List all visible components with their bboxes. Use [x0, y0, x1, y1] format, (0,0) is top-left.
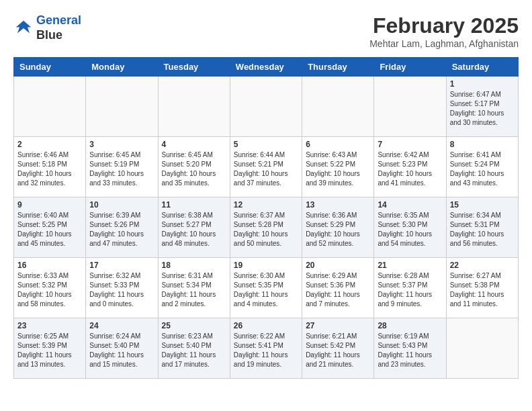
calendar-week-row: 23Sunrise: 6:25 AM Sunset: 5:39 PM Dayli…: [14, 318, 519, 379]
day-info: Sunrise: 6:31 AM Sunset: 5:34 PM Dayligh…: [162, 271, 226, 309]
day-number: 15: [450, 200, 515, 210]
title-block: February 2025 Mehtar Lam, Laghman, Afgha…: [369, 13, 519, 49]
calendar-cell: [302, 77, 374, 137]
day-number: 18: [162, 261, 226, 270]
day-number: 21: [378, 261, 442, 270]
day-info: Sunrise: 6:22 AM Sunset: 5:41 PM Dayligh…: [234, 332, 298, 369]
calendar-cell: 23Sunrise: 6:25 AM Sunset: 5:39 PM Dayli…: [14, 318, 86, 379]
day-number: 17: [89, 261, 154, 270]
day-number: 6: [306, 140, 370, 149]
day-info: Sunrise: 6:44 AM Sunset: 5:21 PM Dayligh…: [234, 150, 298, 188]
calendar-cell: [374, 77, 446, 137]
page-header: GeneralBlue February 2025 Mehtar Lam, La…: [13, 13, 519, 49]
day-number: 27: [306, 321, 370, 330]
day-number: 2: [17, 140, 82, 149]
calendar-table: SundayMondayTuesdayWednesdayThursdayFrid…: [13, 57, 519, 379]
calendar-cell: 27Sunrise: 6:21 AM Sunset: 5:42 PM Dayli…: [302, 318, 374, 379]
calendar-cell: 1Sunrise: 6:47 AM Sunset: 5:17 PM Daylig…: [446, 77, 518, 137]
calendar-cell: 10Sunrise: 6:39 AM Sunset: 5:26 PM Dayli…: [86, 197, 158, 258]
day-info: Sunrise: 6:25 AM Sunset: 5:39 PM Dayligh…: [17, 332, 82, 369]
day-info: Sunrise: 6:21 AM Sunset: 5:42 PM Dayligh…: [306, 332, 370, 369]
calendar-header-friday: Friday: [374, 58, 446, 77]
calendar-cell: 9Sunrise: 6:40 AM Sunset: 5:25 PM Daylig…: [14, 197, 86, 258]
calendar-cell: 2Sunrise: 6:46 AM Sunset: 5:18 PM Daylig…: [14, 137, 86, 197]
day-info: Sunrise: 6:45 AM Sunset: 5:20 PM Dayligh…: [162, 150, 226, 188]
calendar-cell: 28Sunrise: 6:19 AM Sunset: 5:43 PM Dayli…: [374, 318, 446, 379]
calendar-cell: 20Sunrise: 6:29 AM Sunset: 5:36 PM Dayli…: [302, 258, 374, 318]
calendar-cell: 16Sunrise: 6:33 AM Sunset: 5:32 PM Dayli…: [14, 258, 86, 318]
calendar-cell: 15Sunrise: 6:34 AM Sunset: 5:31 PM Dayli…: [446, 197, 518, 258]
day-number: 28: [378, 321, 442, 330]
logo-text: GeneralBlue: [36, 13, 81, 42]
calendar-cell: 6Sunrise: 6:43 AM Sunset: 5:22 PM Daylig…: [302, 137, 374, 197]
day-info: Sunrise: 6:36 AM Sunset: 5:29 PM Dayligh…: [306, 211, 370, 248]
month-title: February 2025: [369, 13, 519, 38]
day-info: Sunrise: 6:41 AM Sunset: 5:24 PM Dayligh…: [450, 150, 515, 188]
day-number: 14: [378, 200, 442, 210]
day-number: 3: [89, 140, 154, 149]
day-info: Sunrise: 6:40 AM Sunset: 5:25 PM Dayligh…: [17, 211, 82, 248]
day-number: 8: [450, 140, 515, 149]
calendar-header-thursday: Thursday: [302, 58, 374, 77]
day-info: Sunrise: 6:24 AM Sunset: 5:40 PM Dayligh…: [89, 332, 154, 369]
calendar-cell: 19Sunrise: 6:30 AM Sunset: 5:35 PM Dayli…: [230, 258, 302, 318]
calendar-cell: [230, 77, 302, 137]
day-info: Sunrise: 6:39 AM Sunset: 5:26 PM Dayligh…: [89, 211, 154, 248]
day-info: Sunrise: 6:43 AM Sunset: 5:22 PM Dayligh…: [306, 150, 370, 188]
calendar-cell: 17Sunrise: 6:32 AM Sunset: 5:33 PM Dayli…: [86, 258, 158, 318]
calendar-cell: 4Sunrise: 6:45 AM Sunset: 5:20 PM Daylig…: [158, 137, 230, 197]
calendar-cell: 21Sunrise: 6:28 AM Sunset: 5:37 PM Dayli…: [374, 258, 446, 318]
logo-icon: [13, 18, 34, 38]
day-info: Sunrise: 6:35 AM Sunset: 5:30 PM Dayligh…: [378, 211, 442, 248]
day-info: Sunrise: 6:23 AM Sunset: 5:40 PM Dayligh…: [162, 332, 226, 369]
logo: GeneralBlue: [13, 13, 81, 42]
calendar-cell: 26Sunrise: 6:22 AM Sunset: 5:41 PM Dayli…: [230, 318, 302, 379]
day-number: 10: [89, 200, 154, 210]
calendar-header-sunday: Sunday: [14, 58, 86, 77]
calendar-header-wednesday: Wednesday: [230, 58, 302, 77]
calendar-week-row: 1Sunrise: 6:47 AM Sunset: 5:17 PM Daylig…: [14, 77, 519, 137]
day-info: Sunrise: 6:19 AM Sunset: 5:43 PM Dayligh…: [378, 332, 442, 369]
day-number: 4: [162, 140, 226, 149]
day-number: 13: [306, 200, 370, 210]
day-info: Sunrise: 6:34 AM Sunset: 5:31 PM Dayligh…: [450, 211, 515, 248]
calendar-cell: [446, 318, 518, 379]
calendar-cell: 18Sunrise: 6:31 AM Sunset: 5:34 PM Dayli…: [158, 258, 230, 318]
day-info: Sunrise: 6:42 AM Sunset: 5:23 PM Dayligh…: [378, 150, 442, 188]
day-number: 16: [17, 261, 82, 270]
calendar-cell: 11Sunrise: 6:38 AM Sunset: 5:27 PM Dayli…: [158, 197, 230, 258]
day-number: 12: [234, 200, 298, 210]
calendar-cell: [86, 77, 158, 137]
day-info: Sunrise: 6:38 AM Sunset: 5:27 PM Dayligh…: [162, 211, 226, 248]
day-info: Sunrise: 6:37 AM Sunset: 5:28 PM Dayligh…: [234, 211, 298, 248]
day-info: Sunrise: 6:28 AM Sunset: 5:37 PM Dayligh…: [378, 271, 442, 309]
calendar-header-monday: Monday: [86, 58, 158, 77]
calendar-week-row: 9Sunrise: 6:40 AM Sunset: 5:25 PM Daylig…: [14, 197, 519, 258]
day-info: Sunrise: 6:46 AM Sunset: 5:18 PM Dayligh…: [17, 150, 82, 188]
day-info: Sunrise: 6:33 AM Sunset: 5:32 PM Dayligh…: [17, 271, 82, 309]
calendar-cell: 3Sunrise: 6:45 AM Sunset: 5:19 PM Daylig…: [86, 137, 158, 197]
calendar-header-saturday: Saturday: [446, 58, 518, 77]
day-number: 7: [378, 140, 442, 149]
calendar-cell: 7Sunrise: 6:42 AM Sunset: 5:23 PM Daylig…: [374, 137, 446, 197]
day-number: 20: [306, 261, 370, 270]
calendar-cell: 22Sunrise: 6:27 AM Sunset: 5:38 PM Dayli…: [446, 258, 518, 318]
day-number: 11: [162, 200, 226, 210]
day-number: 9: [17, 200, 82, 210]
calendar-header-tuesday: Tuesday: [158, 58, 230, 77]
day-info: Sunrise: 6:47 AM Sunset: 5:17 PM Dayligh…: [450, 90, 515, 128]
location: Mehtar Lam, Laghman, Afghanistan: [369, 38, 519, 49]
day-number: 5: [234, 140, 298, 149]
day-info: Sunrise: 6:45 AM Sunset: 5:19 PM Dayligh…: [89, 150, 154, 188]
calendar-cell: 25Sunrise: 6:23 AM Sunset: 5:40 PM Dayli…: [158, 318, 230, 379]
day-info: Sunrise: 6:27 AM Sunset: 5:38 PM Dayligh…: [450, 271, 515, 309]
calendar-cell: [14, 77, 86, 137]
calendar-header-row: SundayMondayTuesdayWednesdayThursdayFrid…: [14, 58, 519, 77]
calendar-cell: [158, 77, 230, 137]
calendar-cell: 5Sunrise: 6:44 AM Sunset: 5:21 PM Daylig…: [230, 137, 302, 197]
calendar-cell: 12Sunrise: 6:37 AM Sunset: 5:28 PM Dayli…: [230, 197, 302, 258]
calendar-week-row: 2Sunrise: 6:46 AM Sunset: 5:18 PM Daylig…: [14, 137, 519, 197]
calendar-cell: 13Sunrise: 6:36 AM Sunset: 5:29 PM Dayli…: [302, 197, 374, 258]
day-number: 1: [450, 79, 515, 89]
calendar-cell: 14Sunrise: 6:35 AM Sunset: 5:30 PM Dayli…: [374, 197, 446, 258]
